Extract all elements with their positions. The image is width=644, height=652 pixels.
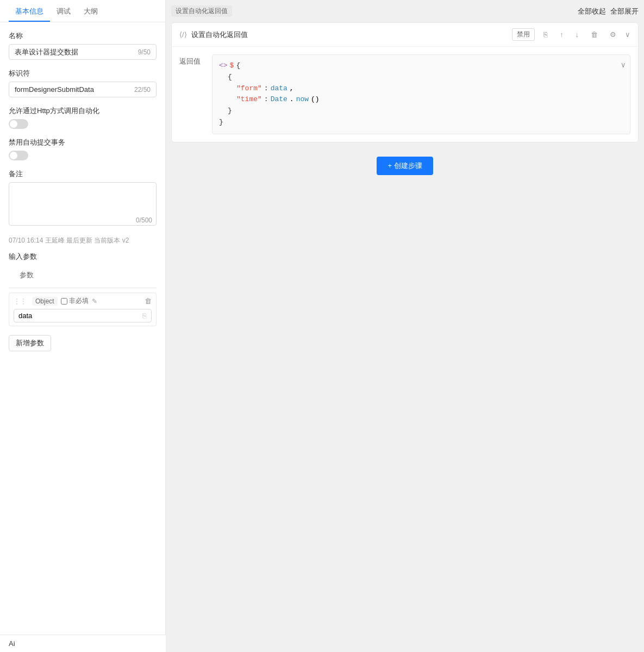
params-col-label: 参数	[20, 270, 34, 280]
breadcrumb-tag: 设置自动化返回值	[171, 5, 232, 17]
param-name-wrapper: data ⎘	[14, 309, 152, 322]
create-step-button[interactable]: + 创建步骤	[377, 157, 433, 175]
remark-label: 备注	[9, 169, 157, 179]
code-line-0: <> ${	[219, 60, 623, 72]
disable-submit-toggle[interactable]	[9, 151, 28, 160]
step-card-title: 设置自动化返回值	[191, 30, 512, 40]
remark-textarea[interactable]	[9, 182, 157, 226]
meta-date: 07/10 16:14	[9, 237, 43, 244]
name-section: 名称 9/50	[9, 31, 157, 60]
identifier-section: 标识符 22/50	[9, 69, 157, 97]
param-row-0: ⋮⋮ Object 非必填 ✎ 🗑 data ⎘	[9, 293, 157, 326]
code-line-5: }	[219, 117, 623, 128]
ai-label: Ai	[9, 639, 15, 648]
param-required-check[interactable]: 非必填	[61, 296, 89, 306]
expand-all-link[interactable]: 全部展开	[610, 7, 639, 16]
meta-version-value: v2	[122, 237, 129, 244]
top-bar-left: 设置自动化返回值	[171, 5, 232, 17]
identifier-label: 标识符	[9, 69, 157, 78]
return-value-row: 返回值 <> ${ { "form":data, "time":Date.now…	[179, 54, 630, 134]
form-content: 名称 9/50 标识符 22/50 允许通过Http方式调用自动化 禁用自动提交…	[0, 22, 165, 652]
tab-basic[interactable]: 基本信息	[9, 0, 50, 22]
param-name-value: data	[18, 312, 32, 320]
remark-char-count: 0/500	[136, 216, 152, 224]
drag-handle-icon[interactable]: ⋮⋮	[14, 297, 27, 305]
bottom-ai-bar: Ai	[0, 635, 166, 652]
step-card-icon: ⟨/⟩	[179, 30, 187, 39]
copy-param-icon[interactable]: ⎘	[142, 312, 147, 320]
meta-author-name: 王延峰	[45, 237, 65, 244]
meta-info: 07/10 16:14 王延峰 最后更新 当前版本 v2	[9, 236, 157, 245]
delete-param-icon[interactable]: 🗑	[145, 297, 152, 305]
edit-param-icon[interactable]: ✎	[92, 297, 97, 305]
params-title: 输入参数	[9, 252, 157, 262]
http-toggle[interactable]	[9, 119, 28, 129]
delete-step-icon[interactable]: 🗑	[587, 29, 601, 40]
right-panel: 设置自动化返回值 全部收起 全部展开 ⟨/⟩ 设置自动化返回值 禁用 ⎘ ↑ ↓…	[166, 0, 644, 652]
params-section: 输入参数 参数 ⋮⋮ Object 非必填 ✎ 🗑	[9, 252, 157, 351]
tab-outline[interactable]: 大纲	[77, 0, 104, 22]
move-down-icon[interactable]: ↓	[572, 29, 583, 40]
http-section: 允许通过Http方式调用自动化	[9, 106, 157, 129]
return-label: 返回值	[179, 54, 207, 66]
param-row-top: ⋮⋮ Object 非必填 ✎ 🗑	[14, 296, 152, 306]
step-card: ⟨/⟩ 设置自动化返回值 禁用 ⎘ ↑ ↓ 🗑 ⚙ ∨ 返回值 <> ${	[171, 22, 639, 142]
disable-step-btn[interactable]: 禁用	[512, 28, 535, 41]
collapse-all-link[interactable]: 全部收起	[578, 7, 606, 16]
create-step-area: + 创建步骤	[171, 157, 639, 175]
disable-submit-section: 禁用自动提交事务	[9, 138, 157, 160]
move-up-icon[interactable]: ↑	[557, 29, 567, 40]
step-card-header: ⟨/⟩ 设置自动化返回值 禁用 ⎘ ↑ ↓ 🗑 ⚙ ∨	[172, 23, 638, 47]
name-label: 名称	[9, 31, 157, 41]
meta-update-label: 最后更新	[66, 237, 92, 244]
identifier-char-count: 22/50	[134, 86, 151, 94]
name-input[interactable]	[15, 48, 138, 56]
code-expand-icon[interactable]: ∨	[621, 59, 626, 71]
disable-submit-label: 禁用自动提交事务	[9, 138, 157, 147]
required-label: 非必填	[69, 296, 89, 306]
param-type-badge: Object	[32, 297, 58, 306]
copy-step-icon[interactable]: ⎘	[540, 29, 551, 40]
code-line-3: "time":Date.now()	[219, 94, 623, 105]
code-line-2: "form":data,	[219, 83, 623, 95]
tab-bar: 基本信息 调试 大纲	[0, 0, 165, 22]
meta-version-text: 当前版本	[94, 237, 120, 244]
code-line-1: {	[219, 72, 623, 83]
remark-section: 备注 0/500	[9, 169, 157, 227]
remark-wrapper: 0/500	[9, 182, 157, 227]
identifier-input-wrapper[interactable]: 22/50	[9, 82, 157, 97]
identifier-input[interactable]	[15, 85, 134, 94]
step-card-body: 返回值 <> ${ { "form":data, "time":Date.now…	[172, 47, 638, 142]
http-label: 允许通过Http方式调用自动化	[9, 106, 157, 116]
separator	[9, 288, 157, 288]
top-bar-right: 全部收起 全部展开	[578, 7, 639, 16]
add-param-button[interactable]: 新增参数	[9, 335, 51, 351]
top-bar: 设置自动化返回值 全部收起 全部展开	[171, 5, 639, 17]
name-input-wrapper[interactable]: 9/50	[9, 44, 157, 60]
params-header: 参数	[9, 267, 157, 283]
code-line-4: }	[219, 105, 623, 117]
name-char-count: 9/50	[138, 48, 151, 56]
left-panel: 基本信息 调试 大纲 名称 9/50 标识符 22/50 允许通过Http方式调…	[0, 0, 166, 652]
code-editor[interactable]: <> ${ { "form":data, "time":Date.now() }	[212, 54, 630, 134]
step-card-actions: 禁用 ⎘ ↑ ↓ 🗑 ⚙ ∨	[512, 28, 630, 41]
expand-step-icon[interactable]: ∨	[625, 30, 630, 39]
tab-debug[interactable]: 调试	[50, 0, 77, 22]
settings-step-icon[interactable]: ⚙	[607, 29, 620, 40]
required-checkbox[interactable]	[61, 298, 67, 305]
